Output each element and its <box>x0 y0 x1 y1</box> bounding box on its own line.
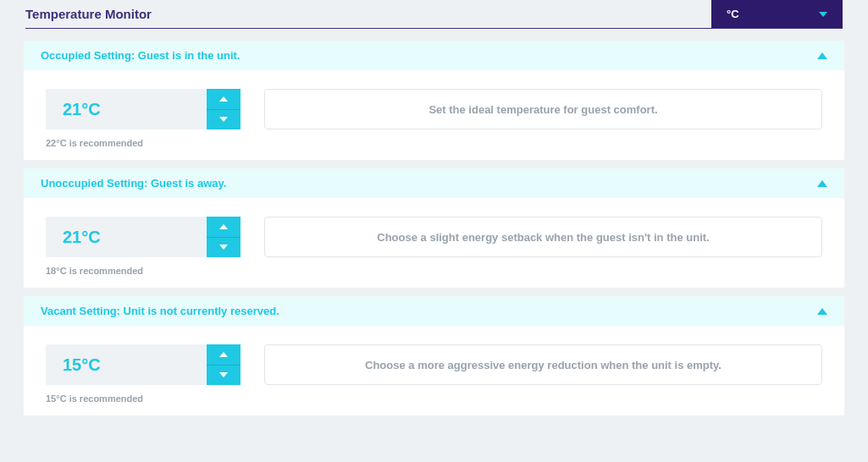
section-occupied-description: Set the ideal temperature for guest comf… <box>264 89 822 129</box>
temp-value-occupied: 21°C <box>46 89 207 129</box>
section-vacant-title: Vacant Setting: Unit is not currently re… <box>41 305 279 317</box>
collapse-up-icon[interactable] <box>817 308 827 315</box>
section-occupied-body: 21°C Set the ideal temperature for guest… <box>24 70 844 160</box>
temp-down-button-vacant[interactable] <box>207 366 240 386</box>
temp-value-unoccupied: 21°C <box>46 217 207 257</box>
section-unoccupied: Unoccupied Setting: Guest is away. 21°C … <box>24 168 844 288</box>
section-vacant-description: Choose a more aggressive energy reductio… <box>264 344 822 385</box>
section-vacant-row: 15°C Choose a more aggressive energy red… <box>46 344 822 385</box>
arrow-down-icon <box>219 245 228 250</box>
temp-stepper-vacant: 15°C <box>46 344 240 385</box>
temp-stepper-unoccupied: 21°C <box>46 217 240 257</box>
arrow-up-icon <box>219 96 228 102</box>
chevron-down-icon <box>819 12 827 17</box>
section-vacant-recommend: 15°C is recommended <box>46 393 822 404</box>
temp-stepper-occupied: 21°C <box>46 89 240 129</box>
unit-select[interactable]: °C <box>711 0 843 28</box>
arrow-up-icon <box>219 224 228 229</box>
section-unoccupied-title: Unoccupied Setting: Guest is away. <box>41 177 226 190</box>
content-area: Occupied Setting: Guest is in the unit. … <box>0 41 868 415</box>
temp-down-button-occupied[interactable] <box>207 110 240 130</box>
unit-select-label: °C <box>727 8 739 20</box>
section-vacant-header[interactable]: Vacant Setting: Unit is not currently re… <box>24 296 844 326</box>
section-occupied-recommend: 22°C is recommended <box>46 138 822 148</box>
temp-up-button-occupied[interactable] <box>207 89 240 110</box>
temp-up-button-vacant[interactable] <box>207 344 240 366</box>
section-vacant-body: 15°C Choose a more aggressive energy red… <box>24 326 844 415</box>
section-occupied-row: 21°C Set the ideal temperature for guest… <box>46 89 822 129</box>
arrow-down-icon <box>219 372 228 377</box>
section-unoccupied-body: 21°C Choose a slight energy setback when… <box>24 198 844 288</box>
stepper-buttons-unoccupied <box>207 217 240 257</box>
arrow-down-icon <box>219 117 228 122</box>
section-occupied-header[interactable]: Occupied Setting: Guest is in the unit. <box>24 41 844 70</box>
stepper-buttons-vacant <box>207 344 240 385</box>
temp-down-button-unoccupied[interactable] <box>207 238 240 258</box>
temp-up-button-unoccupied[interactable] <box>207 217 240 238</box>
section-unoccupied-recommend: 18°C is recommended <box>46 266 822 276</box>
stepper-buttons-occupied <box>207 89 240 129</box>
collapse-up-icon[interactable] <box>817 180 827 187</box>
section-vacant: Vacant Setting: Unit is not currently re… <box>24 296 844 415</box>
section-unoccupied-row: 21°C Choose a slight energy setback when… <box>46 217 822 257</box>
page-header: Temperature Monitor °C <box>25 0 843 29</box>
arrow-up-icon <box>219 352 228 357</box>
section-occupied-title: Occupied Setting: Guest is in the unit. <box>41 49 240 62</box>
section-unoccupied-header[interactable]: Unoccupied Setting: Guest is away. <box>24 168 844 198</box>
section-occupied: Occupied Setting: Guest is in the unit. … <box>24 41 844 160</box>
collapse-up-icon[interactable] <box>817 52 827 59</box>
section-unoccupied-description: Choose a slight energy setback when the … <box>264 217 822 257</box>
page-title: Temperature Monitor <box>25 0 152 28</box>
temp-value-vacant: 15°C <box>46 344 207 385</box>
